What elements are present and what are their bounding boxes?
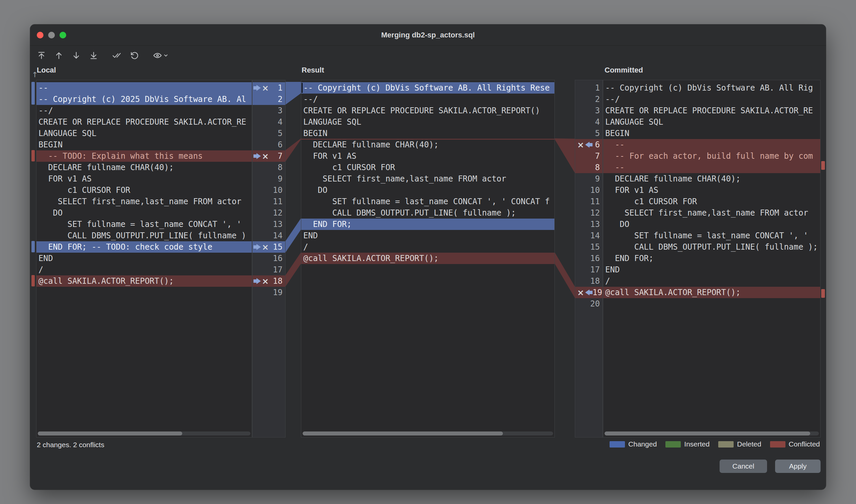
- local-code-line-13[interactable]: SET fullname = last_name CONCAT ', ': [36, 219, 252, 230]
- result-code-line-7[interactable]: FOR v1 AS: [301, 150, 554, 162]
- result-code-line-6[interactable]: DECLARE fullname CHAR(40);: [301, 139, 554, 150]
- change-marker-changed[interactable]: [32, 82, 35, 105]
- committed-code-line-2[interactable]: --/: [603, 94, 820, 105]
- committed-code-line-15[interactable]: CALL DBMS_OUTPUT.PUT_LINE( fullname );: [603, 241, 820, 253]
- result-code-line-4[interactable]: LANGUAGE SQL: [301, 116, 554, 128]
- change-marker-conflicted[interactable]: [821, 161, 825, 170]
- local-code-line-5[interactable]: LANGUAGE SQL: [36, 128, 252, 139]
- change-marker-conflicted[interactable]: [821, 289, 825, 298]
- committed-code-line-7[interactable]: -- For each actor, build full name by co…: [603, 150, 820, 162]
- committed-code-line-1[interactable]: -- Copyright (c) DbVis Software AB. All …: [603, 82, 820, 94]
- discard-x-icon[interactable]: ×: [577, 141, 584, 149]
- committed-code-line-12[interactable]: SELECT first_name,last_name FROM actor: [603, 207, 820, 219]
- local-line-number-11: 11: [273, 197, 283, 206]
- local-code-line-4[interactable]: CREATE OR REPLACE PROCEDURE SAKILA.ACTOR…: [36, 116, 252, 128]
- committed-code-line-5[interactable]: BEGIN: [603, 128, 820, 139]
- committed-code-line-17[interactable]: END: [603, 264, 820, 275]
- local-code-line-2[interactable]: -- Copyright (c) 2025 DbVis Software AB.…: [36, 94, 252, 105]
- result-code-line-3[interactable]: CREATE OR REPLACE PROCEDURE SAKILA.ACTOR…: [301, 105, 554, 116]
- committed-gutter-row-11: 11: [575, 196, 603, 207]
- result-code-line-14[interactable]: END: [301, 230, 554, 241]
- local-code-line-15[interactable]: END FOR; -- TODO: check code style: [36, 241, 252, 253]
- local-code-line-7[interactable]: -- TODO: Explain what this means: [36, 150, 252, 162]
- local-scrollbar-thumb[interactable]: [38, 431, 182, 435]
- committed-code-line-20[interactable]: [603, 298, 820, 309]
- marker-up-arrow-icon[interactable]: ↑: [32, 71, 38, 79]
- discard-x-icon[interactable]: ×: [262, 243, 269, 251]
- result-code-line-8[interactable]: c1 CURSOR FOR: [301, 162, 554, 173]
- local-code-line-12[interactable]: DO: [36, 207, 252, 219]
- local-code-line-11[interactable]: SELECT first_name,last_name FROM actor: [36, 196, 252, 207]
- result-scrollbar-thumb[interactable]: [303, 431, 503, 435]
- arrow-tail: [253, 86, 256, 90]
- result-code-line-1[interactable]: -- Copyright (c) DbVis Software AB. All …: [301, 82, 554, 94]
- committed-code-line-13[interactable]: DO: [603, 219, 820, 230]
- committed-code-line-8[interactable]: --: [603, 162, 820, 173]
- committed-code-line-16[interactable]: END FOR;: [603, 253, 820, 264]
- committed-code-line-4[interactable]: LANGUAGE SQL: [603, 116, 820, 128]
- view-options-button[interactable]: [151, 49, 170, 62]
- local-code-line-17[interactable]: /: [36, 264, 252, 275]
- result-code-line-16[interactable]: @call SAKILA.ACTOR_REPORT();: [301, 253, 554, 264]
- local-code-line-14[interactable]: CALL DBMS_OUTPUT.PUT_LINE( fullname ): [36, 230, 252, 241]
- committed-horizontal-scrollbar[interactable]: [605, 431, 819, 435]
- go-previous-change-button[interactable]: [52, 49, 66, 62]
- local-line-number-9: 9: [278, 174, 283, 183]
- committed-gutter-row-2: 2: [575, 94, 603, 105]
- result-code-line-2[interactable]: --/: [301, 94, 554, 105]
- go-next-change-button[interactable]: [70, 49, 83, 62]
- result-code-line-12[interactable]: CALL DBMS_OUTPUT.PUT_LINE( fullname );: [301, 207, 554, 219]
- local-code-line-9[interactable]: FOR v1 AS: [36, 173, 252, 184]
- committed-code-line-3[interactable]: CREATE OR REPLACE PROCEDURE SAKILA.ACTOR…: [603, 105, 820, 116]
- local-line-number-7: 7: [278, 151, 283, 161]
- result-code-line-13[interactable]: END FOR;: [301, 219, 554, 230]
- local-code-line-6[interactable]: BEGIN: [36, 139, 252, 150]
- apply-all-nonconflicting-button[interactable]: [110, 49, 124, 62]
- discard-x-icon[interactable]: ×: [577, 288, 584, 297]
- committed-line-number-3: 3: [595, 106, 600, 115]
- local-code-line-8[interactable]: DECLARE fullname CHAR(40);: [36, 162, 252, 173]
- result-code-line-9[interactable]: SELECT first_name,last_name FROM actor: [301, 173, 554, 184]
- result-code-line-15[interactable]: /: [301, 241, 554, 253]
- result-code-line-11[interactable]: SET fullname = last_name CONCAT ', ' CON…: [301, 196, 554, 207]
- committed-code-line-11[interactable]: c1 CURSOR FOR: [603, 196, 820, 207]
- committed-code-line-6[interactable]: --: [603, 139, 820, 150]
- local-code-line-1[interactable]: --: [36, 82, 252, 94]
- discard-x-icon[interactable]: ×: [262, 152, 269, 160]
- discard-x-icon[interactable]: ×: [262, 84, 269, 92]
- committed-code-line-18[interactable]: /: [603, 275, 820, 287]
- committed-line-number-12: 12: [590, 208, 600, 218]
- committed-line-number-9: 9: [595, 174, 600, 183]
- local-code-line-16[interactable]: END: [36, 253, 252, 264]
- cancel-button[interactable]: Cancel: [719, 460, 767, 473]
- apply-change-arrow-right-icon[interactable]: ×: [253, 277, 270, 285]
- apply-change-arrow-left-icon[interactable]: ×: [576, 288, 592, 297]
- arrow-tail: [253, 155, 256, 158]
- committed-code-line-9[interactable]: DECLARE fullname CHAR(40);: [603, 173, 820, 184]
- apply-button[interactable]: Apply: [775, 460, 821, 473]
- result-code-line-5[interactable]: BEGIN: [301, 128, 554, 139]
- committed-code-line-14[interactable]: SET fullname = last_name CONCAT ', ': [603, 230, 820, 241]
- discard-x-icon[interactable]: ×: [262, 277, 269, 285]
- local-horizontal-scrollbar[interactable]: [38, 431, 250, 435]
- change-marker-changed[interactable]: [32, 241, 35, 252]
- committed-panel: -- Copyright (c) DbVis Software AB. All …: [603, 80, 821, 437]
- go-last-change-button[interactable]: [87, 49, 100, 62]
- committed-code-line-10[interactable]: FOR v1 AS: [603, 184, 820, 196]
- local-code-line-3[interactable]: --/: [36, 105, 252, 116]
- local-code-line-18[interactable]: @call SAKILA.ACTOR_REPORT();: [36, 275, 252, 287]
- local-code-line-10[interactable]: c1 CURSOR FOR: [36, 184, 252, 196]
- change-marker-conflicted[interactable]: [32, 275, 35, 286]
- apply-change-arrow-left-icon[interactable]: ×: [576, 141, 592, 149]
- go-first-change-button[interactable]: [35, 49, 48, 62]
- result-code-line-10[interactable]: DO: [301, 184, 554, 196]
- change-marker-conflicted[interactable]: [32, 150, 35, 161]
- apply-change-arrow-right-icon[interactable]: ×: [253, 243, 270, 251]
- result-horizontal-scrollbar[interactable]: [303, 431, 553, 435]
- apply-change-arrow-right-icon[interactable]: ×: [253, 84, 270, 92]
- committed-scrollbar-thumb[interactable]: [605, 431, 810, 435]
- apply-change-arrow-right-icon[interactable]: ×: [253, 152, 270, 160]
- local-code-line-19[interactable]: [36, 287, 252, 298]
- committed-code-line-19[interactable]: @call SAKILA.ACTOR_REPORT();: [603, 287, 820, 298]
- reset-merge-button[interactable]: [128, 49, 141, 62]
